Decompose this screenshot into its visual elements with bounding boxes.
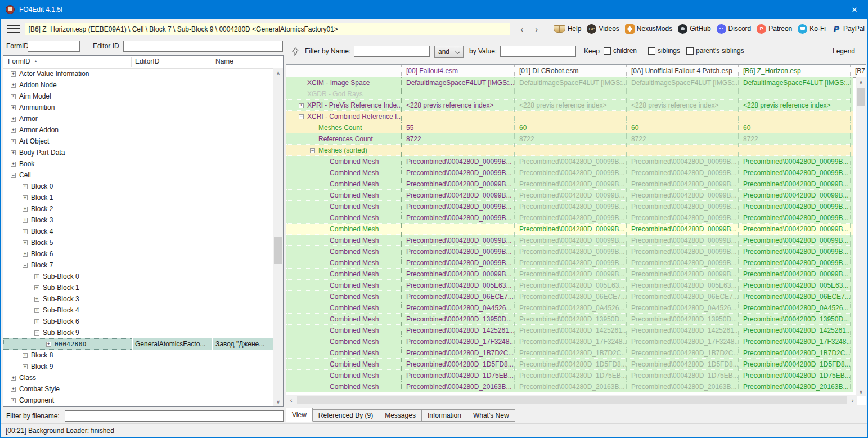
tree-item[interactable]: +Art Object <box>3 136 273 147</box>
grid-cell[interactable]: Precombined\0004280D_00099B... <box>515 235 627 246</box>
grid-cell[interactable]: Precombined\0004280D_1D5FD8... <box>402 359 515 370</box>
grid-cell[interactable]: 60 <box>627 122 739 133</box>
grid-cell[interactable]: 8722 <box>739 133 851 145</box>
tree-column-formid[interactable]: FormID▲ <box>8 57 38 65</box>
tree-item[interactable]: −Sub-Block 9 <box>3 327 273 338</box>
tree-item[interactable]: +Block 3 <box>3 214 273 226</box>
grid-row[interactable]: Combined MeshPrecombined\0004280D_00099B… <box>286 190 853 201</box>
expand-icon[interactable]: + <box>11 387 16 392</box>
expand-icon[interactable]: + <box>23 353 28 358</box>
grid-cell[interactable]: Precombined\0004280D_00099B... <box>515 224 627 235</box>
expand-icon[interactable]: + <box>34 285 39 290</box>
grid-row[interactable]: Combined MeshPrecombined\0004280D_20163B… <box>286 381 853 392</box>
grid-cell[interactable] <box>627 88 739 100</box>
grid-row[interactable]: Meshes Count55606060 <box>286 122 853 133</box>
tree-item[interactable]: +Block 8 <box>3 350 273 361</box>
grid-cell[interactable]: 60 <box>739 122 851 133</box>
grid-cell[interactable]: Precombined\0004280D_1D5FD8... <box>515 359 627 370</box>
grid-cell[interactable]: Precombined\0004280D_17F3248... <box>739 336 851 347</box>
grid-row[interactable]: XCIM - Image SpaceDefaultImageSpaceF4LUT… <box>286 77 853 88</box>
grid-cell[interactable]: Precombined\0004280D_1B7D2C... <box>627 347 739 359</box>
grid-row[interactable]: Combined MeshPrecombined\0004280D_00099B… <box>286 212 853 224</box>
tree-item[interactable]: +Body Part Data <box>3 147 273 158</box>
grid-cell[interactable]: Precombined\0004280D_00099B... <box>402 269 515 280</box>
grid-cell[interactable]: Precombined\0004280D_20163B... <box>739 381 851 392</box>
grid-row[interactable]: References Count8722872287228722 <box>286 133 853 145</box>
grid-cell[interactable]: Precombined\0004280D_1425261... <box>515 325 627 336</box>
expand-icon[interactable]: + <box>23 184 28 189</box>
tree-item[interactable]: +Actor Value Information <box>3 68 273 79</box>
grid-cell[interactable] <box>515 111 627 122</box>
filename-filter-input[interactable] <box>65 410 284 422</box>
tab-view[interactable]: View <box>286 408 313 422</box>
grid-cell[interactable]: Precombined\0004280D_00099B... <box>515 257 627 269</box>
grid-cell[interactable]: Precombined\0004280D_00099B... <box>627 178 739 190</box>
tree-item[interactable]: +Sub-Block 0 <box>3 271 273 282</box>
tree-item[interactable]: +Sub-Block 4 <box>3 305 273 316</box>
tree-scrollbar[interactable]: ∧ ∨ <box>273 68 283 406</box>
expand-icon[interactable]: + <box>23 364 28 369</box>
grid-cell[interactable]: Precombined\0004280D_1D5FD8... <box>627 359 739 370</box>
filter-value-input[interactable] <box>500 46 576 57</box>
tree-item[interactable]: −Cell <box>3 169 273 181</box>
grid-vertical-scrollbar[interactable]: ∧ ∨ <box>856 77 866 396</box>
tree-item[interactable]: +Block 2 <box>3 203 273 214</box>
grid-cell[interactable]: Precombined\0004280D_00099B... <box>515 190 627 201</box>
minimize-button[interactable] <box>790 1 816 19</box>
tree-item[interactable]: +Block 1 <box>3 192 273 203</box>
grid-row[interactable]: Combined MeshPrecombined\0004280D_00099B… <box>286 156 853 167</box>
tree-item[interactable]: +Class <box>3 372 273 383</box>
tree-item[interactable]: −Block 7 <box>3 260 273 271</box>
grid-cell[interactable]: Precombined\0004280D_20163B... <box>627 381 739 392</box>
grid-column-plugin[interactable]: [B7 <box>851 65 866 77</box>
tree-item[interactable]: +Block 9 <box>3 361 273 372</box>
expand-icon[interactable]: + <box>11 83 16 88</box>
grid-cell[interactable] <box>739 88 851 100</box>
grid-cell[interactable]: Precombined\0004280D_1B7D2C... <box>739 347 851 359</box>
grid-cell[interactable]: Precombined\0004280D_1D75EB... <box>627 370 739 381</box>
grid-cell[interactable]: Precombined\0004280D_1425261... <box>402 325 515 336</box>
grid-cell[interactable]: Precombined\0004280D_17F3248... <box>515 336 627 347</box>
grid-cell[interactable]: Precombined\0004280D_00099B... <box>515 212 627 224</box>
grid-cell[interactable] <box>402 145 515 156</box>
grid-row[interactable]: Combined MeshPrecombined\0004280D_00099B… <box>286 224 853 235</box>
grid-cell[interactable]: Precombined\0004280D_00099B... <box>515 269 627 280</box>
tree-item[interactable]: +Sub-Block 3 <box>3 293 273 305</box>
close-button[interactable]: ✕ <box>842 1 867 19</box>
grid-row[interactable]: Combined MeshPrecombined\0004280D_00099B… <box>286 167 853 178</box>
tree-column-editorid[interactable]: EditorID <box>135 57 159 65</box>
grid-cell[interactable] <box>402 111 515 122</box>
tree-item[interactable]: +Combat Style <box>3 383 273 395</box>
grid-cell[interactable]: Precombined\0004280D_06ECE7... <box>402 291 515 302</box>
formid-input[interactable] <box>28 41 80 52</box>
grid-column-plugin[interactable]: [00] Fallout4.esm <box>402 65 515 77</box>
grid-cell[interactable]: Precombined\0004280D_00099B... <box>402 212 515 224</box>
grid-cell[interactable]: 60 <box>515 122 627 133</box>
scroll-down-icon[interactable]: ∨ <box>273 397 283 406</box>
grid-cell[interactable]: Precombined\0004280D_0A4526... <box>515 302 627 314</box>
grid-row[interactable]: Combined MeshPrecombined\0004280D_00099B… <box>286 269 853 280</box>
grid-row[interactable]: −XCRI - Combined Reference I... <box>286 111 853 122</box>
grid-cell[interactable] <box>627 145 739 156</box>
grid-cell[interactable]: DefaultImageSpaceF4LUT [IMGS:... <box>627 77 739 88</box>
forward-button[interactable]: › <box>529 22 544 35</box>
record-path-bar[interactable]: [B6] Z_Horizon.esp (EEBE09A1) \ Cell \ B… <box>25 23 510 35</box>
grid-cell[interactable]: Precombined\0004280D_00099B... <box>739 246 851 257</box>
grid-cell[interactable]: 8722 <box>402 133 515 145</box>
grid-row[interactable]: Combined MeshPrecombined\0004280D_1B7D2C… <box>286 347 853 359</box>
grid-cell[interactable]: Precombined\0004280D_1D75EB... <box>515 370 627 381</box>
tree-item[interactable]: +Block 4 <box>3 226 273 237</box>
grid-cell[interactable] <box>739 111 851 122</box>
grid-cell[interactable]: Precombined\0004280D_00099B... <box>627 190 739 201</box>
tab-information[interactable]: Information <box>422 409 467 422</box>
toolbar-link-kofi[interactable]: Ko-Fi <box>795 24 829 34</box>
grid-cell[interactable]: Precombined\0004280D_1425261... <box>739 325 851 336</box>
grid-cell[interactable]: Precombined\0004280D_00099B... <box>739 212 851 224</box>
grid-cell[interactable] <box>627 111 739 122</box>
expand-icon[interactable]: + <box>11 139 16 144</box>
grid-cell[interactable]: Precombined\0004280D_1B7D2C... <box>515 347 627 359</box>
maximize-button[interactable] <box>816 1 842 19</box>
grid-cell[interactable]: Precombined\0004280D_00099B... <box>402 167 515 178</box>
grid-cell[interactable]: Precombined\0004280D_20163B... <box>515 381 627 392</box>
tree-item[interactable]: +Addon Node <box>3 79 273 91</box>
